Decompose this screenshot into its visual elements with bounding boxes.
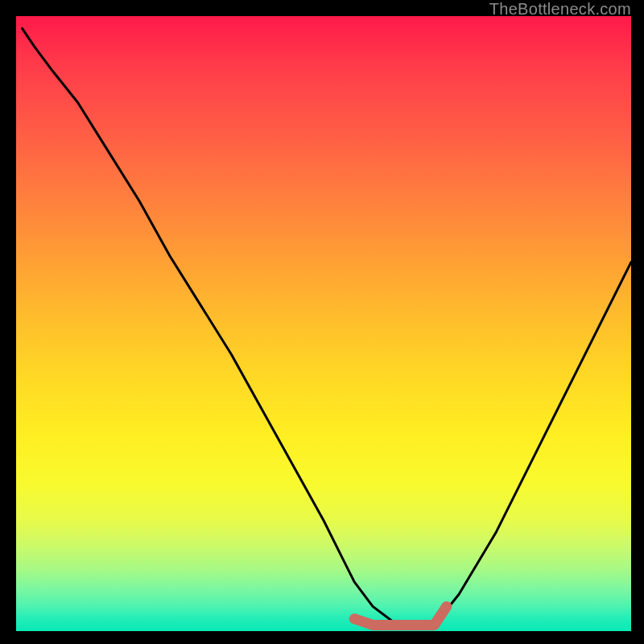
chart-frame: TheBottleneck.com (0, 0, 644, 644)
bottleneck-curve (23, 28, 631, 625)
chart-plot-area (16, 16, 631, 631)
watermark-text: TheBottleneck.com (489, 0, 631, 19)
optimal-range-marker (354, 606, 447, 625)
chart-svg (16, 16, 631, 631)
